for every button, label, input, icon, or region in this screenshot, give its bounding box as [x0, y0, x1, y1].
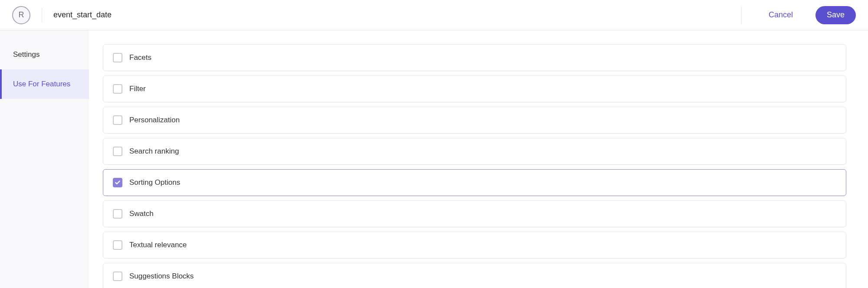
feature-row-sorting-options[interactable]: Sorting Options: [103, 169, 846, 196]
checkbox[interactable]: [113, 178, 122, 187]
checkbox[interactable]: [113, 115, 122, 125]
sidebar-item-label: Settings: [13, 50, 39, 59]
avatar[interactable]: R: [12, 6, 30, 24]
sidebar-item-label: Use For Features: [13, 80, 70, 88]
divider: [42, 8, 42, 23]
feature-row-suggestions-blocks[interactable]: Suggestions Blocks: [103, 263, 846, 288]
checkbox[interactable]: [113, 240, 122, 250]
feature-label: Search ranking: [129, 147, 179, 156]
feature-row-filter[interactable]: Filter: [103, 75, 846, 102]
checkbox[interactable]: [113, 84, 122, 94]
sidebar-item-use-for-features[interactable]: Use For Features: [0, 69, 89, 99]
sidebar-item-settings[interactable]: Settings: [0, 40, 89, 69]
feature-label: Personalization: [129, 116, 180, 124]
feature-row-swatch[interactable]: Swatch: [103, 200, 846, 227]
top-bar: R event_start_date Cancel Save: [0, 0, 868, 30]
page-title: event_start_date: [53, 10, 112, 20]
feature-row-search-ranking[interactable]: Search ranking: [103, 138, 846, 165]
checkbox[interactable]: [113, 272, 122, 281]
checkbox[interactable]: [113, 209, 122, 219]
checkbox[interactable]: [113, 147, 122, 156]
main-content: Facets Filter Personalization Search ran…: [89, 30, 868, 288]
sidebar: Settings Use For Features: [0, 30, 89, 288]
feature-row-personalization[interactable]: Personalization: [103, 107, 846, 134]
feature-row-facets[interactable]: Facets: [103, 44, 846, 71]
feature-label: Textual relevance: [129, 241, 187, 249]
avatar-initial: R: [19, 10, 24, 20]
feature-label: Swatch: [129, 209, 154, 218]
save-button[interactable]: Save: [815, 6, 856, 24]
feature-label: Sorting Options: [129, 178, 180, 187]
check-icon: [115, 180, 121, 186]
feature-row-textual-relevance[interactable]: Textual relevance: [103, 232, 846, 259]
feature-label: Filter: [129, 85, 146, 93]
checkbox[interactable]: [113, 53, 122, 62]
feature-label: Suggestions Blocks: [129, 272, 194, 281]
divider: [741, 6, 742, 24]
feature-label: Facets: [129, 53, 151, 62]
cancel-button[interactable]: Cancel: [757, 6, 804, 24]
